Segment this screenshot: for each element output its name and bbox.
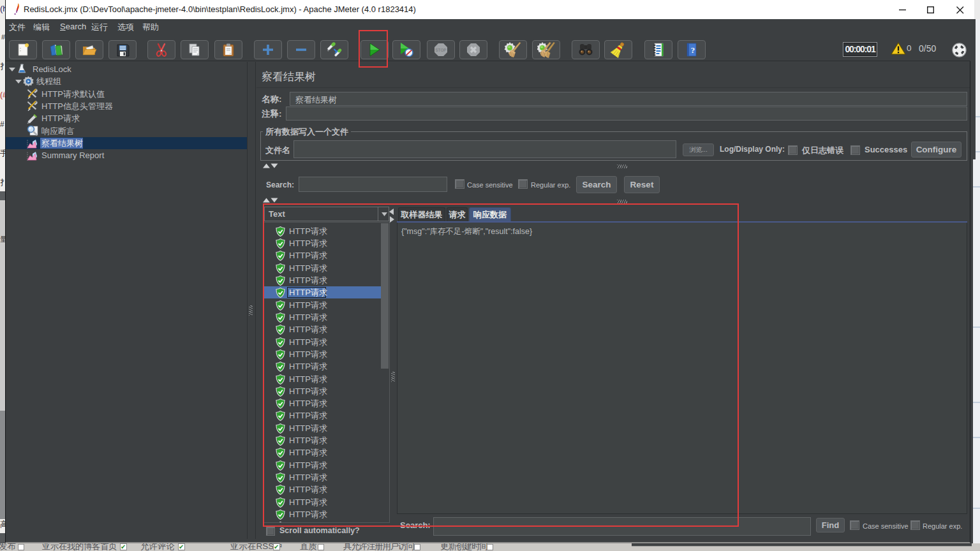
svg-text:?: ?	[691, 45, 695, 55]
svg-text:STOP: STOP	[435, 48, 447, 52]
